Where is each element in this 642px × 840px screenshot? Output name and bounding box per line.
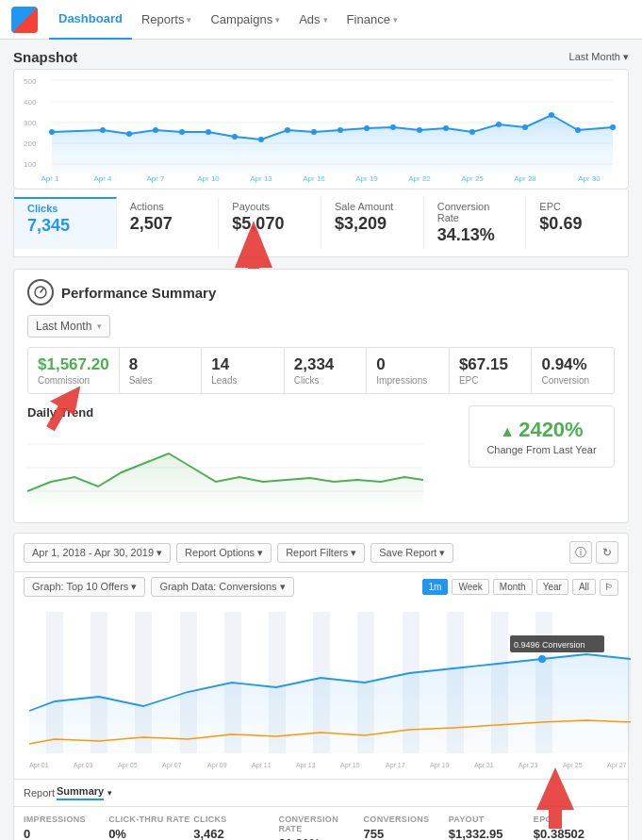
chevron-down-icon: ▾	[275, 15, 280, 25]
svg-line-44	[41, 288, 43, 292]
snapshot-header: Snapshot Last Month ▾	[13, 49, 629, 65]
metric-clicks-value: 2,334	[294, 355, 357, 374]
refresh-icon-btn[interactable]: ↻	[596, 541, 618, 564]
time-1m[interactable]: 1m	[422, 579, 449, 595]
metric-impressions-label: Impressions	[376, 375, 439, 386]
svg-text:Apr 25: Apr 25	[563, 762, 583, 769]
snapshot-period[interactable]: Last Month ▾	[569, 51, 629, 63]
svg-text:Apr 23: Apr 23	[519, 762, 538, 769]
chevron-down-icon: ▾	[323, 15, 328, 25]
navbar: Dashboard Reports▾ Campaigns▾ Ads▾ Finan…	[0, 0, 642, 40]
metric-conversion: 0.94% Conversion	[532, 348, 614, 393]
daily-trend-row: Daily Trend	[27, 405, 615, 513]
stat-actions[interactable]: Actions 2,507	[117, 197, 220, 249]
payout-label: PAYOUT	[449, 815, 534, 824]
period-dropdown[interactable]: Last Month ▾	[27, 315, 110, 338]
nav-ads[interactable]: Ads▾	[289, 0, 337, 40]
logo	[11, 7, 38, 33]
save-report-btn[interactable]: Save Report ▾	[370, 543, 453, 563]
stat-sale-amount[interactable]: Sale Amount $3,209	[321, 197, 424, 249]
tab-summary[interactable]: Summary	[57, 785, 104, 800]
main-content: Snapshot Last Month ▾ 500 400 300 200 10…	[0, 40, 642, 840]
report-col-ctr: CLICK-THRU RATE 0% NO DATA	[108, 815, 193, 840]
report-summary: Report Summary ▾ IMPRESSIONS 0 NO DATA C…	[13, 780, 629, 840]
svg-point-21	[364, 125, 370, 131]
svg-point-26	[496, 122, 502, 127]
stats-bar: Clicks 7,345 Actions 2,507 Payouts $5,07…	[13, 189, 629, 257]
stat-payouts-label: Payouts	[232, 201, 307, 212]
svg-text:Apr 01: Apr 01	[29, 762, 49, 769]
report-col-clicks: CLICKS 3,462	[193, 815, 278, 840]
svg-point-29	[575, 127, 581, 133]
tab-report[interactable]: Report	[24, 787, 55, 799]
svg-text:Apr 13: Apr 13	[296, 762, 316, 769]
stat-conversion-rate[interactable]: Conversion Rate 34.13%	[424, 197, 527, 249]
nav-campaigns[interactable]: Campaigns▾	[201, 0, 289, 40]
svg-point-20	[337, 127, 343, 133]
graph-data-btn[interactable]: Graph Data: Conversions ▾	[151, 577, 293, 597]
toolbar-section: Apr 1, 2018 - Apr 30, 2019 ▾ Report Opti…	[13, 533, 629, 572]
payout-value: $1,332.95	[449, 827, 534, 840]
svg-text:500: 500	[24, 77, 37, 86]
report-filters-btn[interactable]: Report Filters ▾	[277, 543, 365, 563]
svg-point-18	[285, 127, 290, 133]
epc-label: EPC	[534, 815, 618, 824]
chevron-down-icon: ▾	[107, 788, 112, 798]
time-all[interactable]: All	[572, 579, 596, 595]
svg-text:Apr 7: Apr 7	[146, 174, 165, 183]
main-chart-svg: 0.9496 Conversion Apr 01 Apr 03 Apr 05 A…	[20, 607, 633, 772]
graph-top-btn[interactable]: Graph: Top 10 Offers ▾	[24, 577, 145, 597]
snapshot-chart: 500 400 300 200 100	[13, 69, 629, 189]
svg-point-61	[538, 655, 546, 663]
svg-text:Apr 27: Apr 27	[607, 762, 627, 769]
date-range-btn[interactable]: Apr 1, 2018 - Apr 30, 2019 ▾	[24, 543, 171, 563]
metrics-row: $1,567.20 Commission 8 Sales 14 Leads 2,…	[27, 347, 615, 394]
svg-point-15	[206, 129, 211, 135]
svg-text:200: 200	[24, 140, 37, 148]
flag-icon-btn[interactable]: 🏳	[600, 579, 618, 596]
nav-reports[interactable]: Reports▾	[132, 0, 202, 40]
chevron-down-icon: ▾	[393, 15, 398, 25]
epc-value: $0.38502	[534, 827, 618, 840]
metric-impressions-value: 0	[376, 355, 439, 374]
stat-payouts[interactable]: Payouts $5,070	[219, 197, 321, 249]
time-week[interactable]: Week	[452, 579, 488, 595]
time-year[interactable]: Year	[536, 579, 568, 595]
svg-point-14	[179, 129, 185, 135]
nav-finance[interactable]: Finance▾	[337, 0, 407, 40]
ctr-value: 0%	[108, 827, 193, 840]
stat-sale-value: $3,209	[335, 214, 410, 234]
report-options-btn[interactable]: Report Options ▾	[176, 543, 272, 563]
report-col-epc: EPC $0.38502	[534, 815, 618, 840]
info-icon-btn[interactable]: ⓘ	[569, 541, 592, 564]
speedometer-icon	[34, 286, 47, 299]
svg-text:0.9496 Conversion: 0.9496 Conversion	[514, 640, 585, 650]
daily-trend-svg	[27, 425, 423, 510]
svg-point-24	[443, 125, 449, 131]
metric-sales-value: 8	[129, 355, 192, 374]
toolbar-right: ⓘ ↻	[569, 541, 618, 564]
svg-point-12	[126, 131, 132, 137]
perf-title: Performance Summary	[61, 285, 216, 301]
perf-header: Performance Summary	[27, 279, 615, 305]
svg-point-16	[232, 134, 238, 140]
metric-conversion-label: Conversion	[541, 375, 604, 386]
snapshot-title: Snapshot	[13, 49, 77, 65]
time-controls: 1m Week Month Year All 🏳	[422, 579, 618, 596]
svg-text:Apr 11: Apr 11	[252, 762, 272, 769]
report-col-payout: PAYOUT $1,332.95	[449, 815, 534, 840]
stat-clicks[interactable]: Clicks 7,345	[14, 197, 117, 249]
clicks-label: CLICKS	[193, 815, 278, 824]
stat-clicks-label: Clicks	[27, 203, 103, 214]
metric-commission: $1,567.20 Commission	[28, 348, 120, 393]
metric-sales: 8 Sales	[120, 348, 203, 393]
stat-cr-value: 34.13%	[437, 225, 513, 245]
stat-epc-value: $0.69	[539, 214, 615, 234]
clicks-value: 3,462	[193, 827, 278, 840]
stat-epc[interactable]: EPC $0.69	[526, 197, 628, 249]
nav-dashboard[interactable]: Dashboard	[49, 0, 132, 40]
report-section: Report Summary ▾ IMPRESSIONS 0 NO DATA C…	[13, 780, 629, 840]
svg-text:Apr 19: Apr 19	[430, 762, 450, 769]
time-month[interactable]: Month	[493, 579, 533, 595]
svg-point-10	[49, 129, 55, 135]
